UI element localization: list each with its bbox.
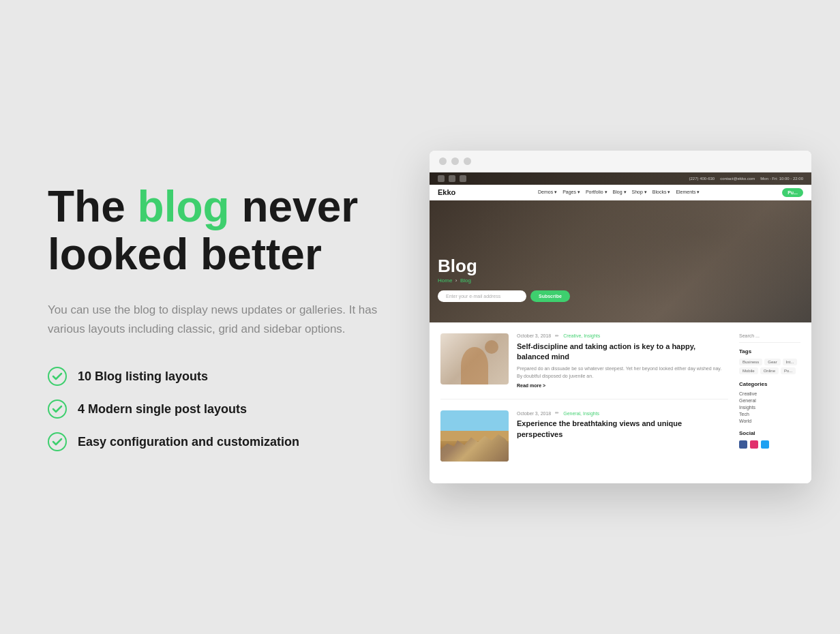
- topbar-hours: Mon - Fri: 10:00 - 22:00: [760, 177, 803, 181]
- facebook-social-icon[interactable]: [739, 440, 747, 449]
- post-thumbnail-1: [440, 333, 509, 384]
- post-meta-1: October 3, 2018 ✏ Creative, Insights: [517, 333, 728, 339]
- email-input[interactable]: Enter your e-mail address: [438, 290, 526, 302]
- sidebar-category[interactable]: Creative: [739, 391, 800, 396]
- feature-text-2: 4 Modern single post layouts: [78, 402, 247, 417]
- posts-main: October 3, 2018 ✏ Creative, Insights Sel…: [440, 333, 728, 473]
- blog-posts-section: October 3, 2018 ✏ Creative, Insights Sel…: [430, 322, 811, 484]
- breadcrumb-current: Blog: [460, 277, 471, 284]
- post-tags-1: Creative, Insights: [563, 333, 600, 338]
- feature-item: Easy configuration and customization: [48, 432, 430, 451]
- feature-text-3: Easy configuration and customization: [78, 435, 299, 449]
- blog-breadcrumb: Home › Blog: [438, 277, 570, 284]
- subtitle: You can use the blog to display news upd…: [48, 301, 402, 340]
- sidebar-tag[interactable]: Mobile: [739, 367, 758, 374]
- topbar-left: [438, 175, 466, 182]
- nav-blocks: Blocks ▾: [652, 190, 671, 195]
- topbar-right: (227) 400-630 contact@ekko.com Mon - Fri…: [689, 177, 803, 181]
- post-meta-2: October 3, 2018 ✏ General, Insights: [517, 410, 728, 416]
- headline: The blog never looked better: [48, 183, 430, 279]
- sidebar-tag[interactable]: Int...: [783, 359, 798, 365]
- read-more-1[interactable]: Read more >: [517, 383, 728, 388]
- svg-point-0: [48, 367, 66, 385]
- headline-part2: never: [230, 182, 359, 231]
- blog-topbar: (227) 400-630 contact@ekko.com Mon - Fri…: [430, 172, 811, 185]
- browser-dot-yellow: [451, 157, 459, 165]
- post-date-1: October 3, 2018: [517, 333, 551, 338]
- blog-sidebar: Search ... Tags Business Gear Int... Mob…: [739, 333, 800, 473]
- headline-part1: The: [48, 182, 138, 231]
- browser-dot-green: [464, 157, 471, 165]
- topbar-phone: (227) 400-630: [689, 177, 715, 181]
- check-icon-1: [48, 367, 67, 386]
- nav-pages: Pages ▾: [562, 190, 580, 195]
- post-date-2: October 3, 2018: [517, 411, 551, 416]
- headline-green: blog: [138, 182, 230, 231]
- feature-item: 10 Blog listing layouts: [48, 367, 430, 386]
- post-tags-2: General, Insights: [563, 411, 599, 416]
- features-list: 10 Blog listing layouts 4 Modern single …: [48, 367, 430, 451]
- sidebar-tag[interactable]: Gear: [764, 359, 780, 365]
- blog-email-row: Enter your e-mail address Subscribe: [438, 290, 570, 302]
- browser-dot-red: [439, 157, 447, 165]
- nav-shop: Shop ▾: [632, 190, 647, 195]
- sidebar-tags: Business Gear Int... Mobile Online Po...: [739, 359, 800, 374]
- sidebar-search[interactable]: Search ...: [739, 333, 800, 343]
- nav-blog: Blog ▾: [613, 190, 627, 195]
- sidebar-social: [739, 440, 800, 449]
- sidebar-category[interactable]: General: [739, 398, 800, 403]
- subscribe-button[interactable]: Subscribe: [530, 290, 570, 302]
- post-title-2: Experience the breathtaking views and un…: [517, 419, 728, 440]
- headline-line2: looked better: [48, 230, 322, 279]
- nav-cta-button[interactable]: Pu...: [782, 188, 803, 197]
- sidebar-social-label: Social: [739, 430, 800, 436]
- blog-hero-title: Blog: [438, 257, 570, 275]
- nav-links: Demos ▾ Pages ▾ Portfolio ▾ Blog ▾ Shop …: [538, 190, 700, 195]
- sidebar-tag[interactable]: Online: [760, 367, 779, 374]
- left-panel: The blog never looked better You can use…: [48, 183, 430, 452]
- twitter-social-icon[interactable]: [761, 440, 769, 449]
- sidebar-category[interactable]: Tech: [739, 412, 800, 417]
- post-content-2: October 3, 2018 ✏ General, Insights Expe…: [517, 410, 728, 443]
- post-content-1: October 3, 2018 ✏ Creative, Insights Sel…: [517, 333, 728, 389]
- instagram-social-icon[interactable]: [750, 440, 758, 449]
- post-thumbnail-2: [440, 410, 509, 462]
- instagram-icon: [449, 175, 455, 182]
- nav-elements: Elements ▾: [676, 190, 700, 195]
- feature-text-1: 10 Blog listing layouts: [78, 369, 208, 384]
- nav-brand: Ekko: [438, 188, 455, 196]
- topbar-email: contact@ekko.com: [720, 177, 755, 181]
- browser-window: (227) 400-630 contact@ekko.com Mon - Fri…: [430, 151, 811, 484]
- feature-item: 4 Modern single post layouts: [48, 399, 430, 419]
- check-icon-2: [48, 399, 67, 419]
- twitter-icon: [460, 175, 466, 182]
- svg-point-2: [48, 433, 66, 451]
- sidebar-categories: Creative General Insights Tech World: [739, 391, 800, 423]
- nav-portfolio: Portfolio ▾: [586, 190, 608, 195]
- post-card-2: October 3, 2018 ✏ General, Insights Expe…: [440, 410, 728, 472]
- breadcrumb-home: Home: [438, 277, 452, 284]
- post-excerpt-1: Prepared do an dissuade be so whatever s…: [517, 365, 728, 380]
- svg-point-1: [48, 400, 66, 418]
- sidebar-tag[interactable]: Business: [739, 359, 762, 365]
- sidebar-tag[interactable]: Po...: [781, 367, 796, 374]
- right-panel: (227) 400-630 contact@ekko.com Mon - Fri…: [430, 151, 811, 484]
- blog-navbar: Ekko Demos ▾ Pages ▾ Portfolio ▾ Blog ▾ …: [430, 185, 811, 200]
- check-icon-3: [48, 432, 67, 451]
- blog-hero: (227) 400-630 contact@ekko.com Mon - Fri…: [430, 172, 811, 322]
- blog-hero-content: Blog Home › Blog Enter your e-mail addre…: [438, 257, 570, 302]
- post-title-1: Self-discipline and taking action is key…: [517, 342, 728, 363]
- sidebar-category[interactable]: Insights: [739, 405, 800, 410]
- sidebar-category[interactable]: World: [739, 419, 800, 423]
- nav-demos: Demos ▾: [538, 190, 557, 195]
- sidebar-categories-label: Categories: [739, 381, 800, 387]
- sidebar-tags-label: Tags: [739, 348, 800, 354]
- post-card-1: October 3, 2018 ✏ Creative, Insights Sel…: [440, 333, 728, 400]
- facebook-icon: [438, 175, 445, 182]
- browser-titlebar: [430, 151, 811, 172]
